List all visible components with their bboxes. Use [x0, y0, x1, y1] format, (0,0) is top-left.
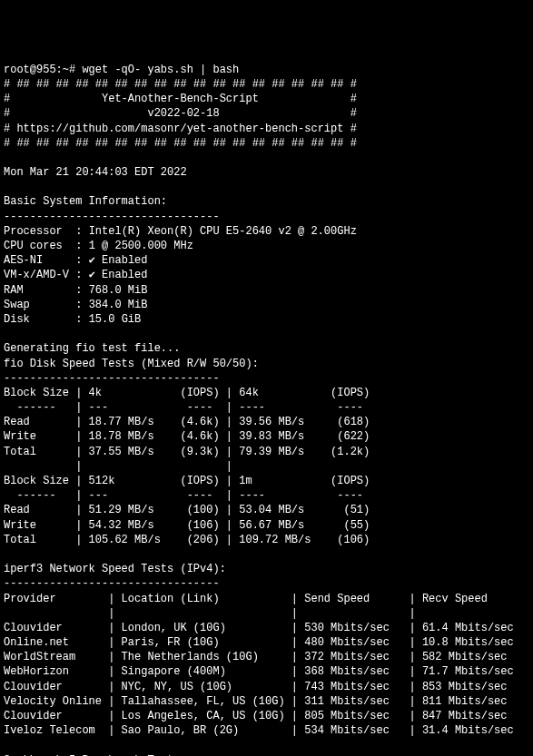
fio-row-total: Total | 37.55 MB/s (9.3k) | 79.39 MB/s (… — [4, 446, 370, 458]
fio-generating: Generating fio test file... — [4, 342, 180, 355]
banner-border: # ## ## ## ## ## ## ## ## ## ## ## ## ##… — [4, 137, 357, 150]
divider: --------------------------------- — [4, 372, 220, 385]
fio-row-write: Write | 54.32 MB/s (106) | 56.67 MB/s (5… — [4, 519, 370, 532]
sysinfo-disk: Disk : 15.0 GiB — [4, 313, 141, 326]
fio-table-header: Block Size | 4k (IOPS) | 64k (IOPS) — [4, 387, 370, 399]
fio-row-total: Total | 105.62 MB/s (206) | 109.72 MB/s … — [4, 534, 370, 546]
iperf-row: Velocity Online | Tallahassee, FL, US (1… — [4, 695, 520, 708]
fio-table-divider: ------ | --- ---- | ---- ---- — [4, 489, 370, 502]
sysinfo-header: Basic System Information: — [4, 195, 167, 208]
fio-table-header: Block Size | 512k (IOPS) | 1m (IOPS) — [4, 475, 370, 487]
sysinfo-swap: Swap : 384.0 MiB — [4, 299, 147, 311]
iperf-table-header: Provider | Location (Link) | Send Speed … — [4, 593, 520, 605]
sysinfo-ram: RAM : 768.0 MiB — [4, 284, 147, 297]
iperf-row: Iveloz Telecom | Sao Paulo, BR (2G) | 53… — [4, 724, 520, 737]
fio-row-write: Write | 18.78 MB/s (4.6k) | 39.83 MB/s (… — [4, 430, 370, 443]
sysinfo-processor: Processor : Intel(R) Xeon(R) CPU E5-2640… — [4, 225, 357, 238]
fio-header: fio Disk Speed Tests (Mixed R/W 50/50): — [4, 358, 259, 370]
timestamp: Mon Mar 21 20:44:03 EDT 2022 — [4, 166, 187, 179]
fio-spacer: | | — [4, 460, 370, 473]
check-icon — [89, 254, 95, 267]
iperf-row: WebHorizon | Singapore (400M) | 368 Mbit… — [4, 665, 520, 678]
fio-table-divider: ------ | --- ---- | ---- ---- — [4, 401, 370, 414]
iperf-row: Online.net | Paris, FR (10G) | 480 Mbits… — [4, 636, 520, 649]
banner-title: # Yet-Another-Bench-Script # — [4, 93, 357, 105]
check-icon — [89, 269, 95, 281]
fio-row-read: Read | 51.29 MB/s (100) | 53.04 MB/s (51… — [4, 504, 370, 516]
iperf-row: Clouvider | London, UK (10G) | 530 Mbits… — [4, 622, 520, 634]
sysinfo-cores: CPU cores : 1 @ 2500.000 MHz — [4, 240, 193, 252]
banner-url: # https://github.com/masonr/yet-another-… — [4, 123, 357, 135]
terminal-output: root@955:~# wget -qO- yabs.sh | bash # #… — [4, 63, 529, 756]
fio-row-read: Read | 18.77 MB/s (4.6k) | 39.56 MB/s (6… — [4, 416, 370, 428]
banner-border: # ## ## ## ## ## ## ## ## ## ## ## ## ##… — [4, 78, 357, 91]
banner-version: # v2022-02-18 # — [4, 107, 357, 120]
iperf-header: iperf3 Network Speed Tests (IPv4): — [4, 563, 226, 575]
sysinfo-aesni: AES-NI : Enabled — [4, 254, 148, 267]
divider: --------------------------------- — [4, 211, 220, 223]
iperf-row: Clouvider | Los Angeles, CA, US (10G) | … — [4, 710, 520, 722]
sysinfo-vmx: VM-x/AMD-V : Enabled — [4, 269, 147, 281]
iperf-row: WorldStream | The Netherlands (10G) | 37… — [4, 651, 520, 663]
iperf-row: Clouvider | NYC, NY, US (10G) | 743 Mbit… — [4, 681, 520, 693]
iperf-table-divider: | | | — [4, 607, 520, 620]
prompt-line: root@955:~# wget -qO- yabs.sh | bash — [4, 64, 239, 76]
divider: --------------------------------- — [4, 577, 220, 590]
